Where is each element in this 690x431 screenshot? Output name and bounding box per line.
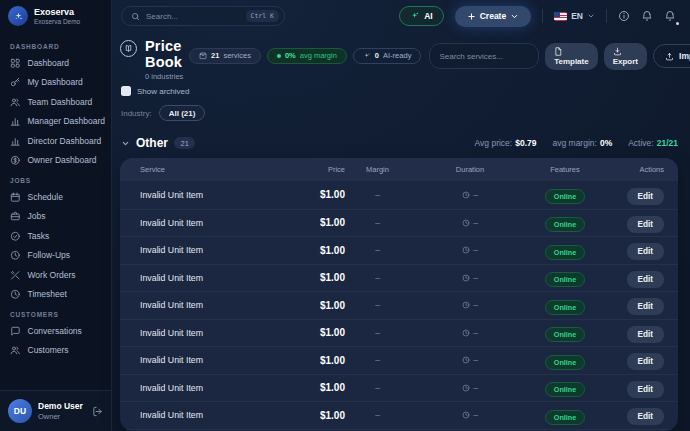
workspace-switcher[interactable]: Exoserva Exoserva Demo xyxy=(0,0,111,32)
service-margin: – xyxy=(345,355,410,365)
service-price: $1.00 xyxy=(290,217,345,228)
create-button-label: Create xyxy=(480,11,506,21)
group-title[interactable]: Other xyxy=(136,136,168,150)
sidebar-item-customers[interactable]: Customers xyxy=(0,341,111,361)
sidebar-item-label: Follow-Ups xyxy=(28,250,71,260)
avg-margin-stat: avg margin:0% xyxy=(552,138,612,148)
nav-section-label: CUSTOMERS xyxy=(0,304,111,321)
bell-icon xyxy=(664,10,676,22)
sidebar-item-owner-dashboard[interactable]: Owner Dashboard xyxy=(0,151,111,171)
calendar-icon xyxy=(10,192,21,203)
archived-label: Show archived xyxy=(137,87,189,96)
table-row: Invalid Unit Item $1.00 – – Online Edit xyxy=(120,264,678,292)
edit-button[interactable]: Edit xyxy=(627,188,664,205)
industries-subtitle: 0 industries xyxy=(145,72,421,81)
sidebar-item-team-dashboard[interactable]: Team Dashboard xyxy=(0,92,111,112)
archived-checkbox[interactable] xyxy=(121,86,131,96)
nav-section-label: JOBS xyxy=(0,170,111,187)
chevron-down-icon xyxy=(587,12,595,20)
edit-button[interactable]: Edit xyxy=(627,381,664,398)
clock-icon xyxy=(462,411,470,419)
content: Price Book 21 services 0% avg margin xyxy=(112,32,690,431)
page-title: Price Book xyxy=(145,38,182,70)
sidebar-item-jobs[interactable]: Jobs xyxy=(0,207,111,227)
import-button[interactable]: Import xyxy=(653,44,690,68)
sidebar-item-follow-ups[interactable]: Follow-Ups xyxy=(0,246,111,266)
edit-button[interactable]: Edit xyxy=(627,216,664,233)
service-features: Online xyxy=(530,268,600,287)
service-margin: – xyxy=(345,190,410,200)
sidebar-item-timesheet[interactable]: Timesheet xyxy=(0,285,111,305)
language-selector[interactable]: EN xyxy=(554,11,595,21)
service-search-input[interactable] xyxy=(439,52,529,61)
avg-price-value: $0.79 xyxy=(515,138,536,148)
service-margin: – xyxy=(345,218,410,228)
service-actions: Edit xyxy=(600,323,664,343)
service-duration: – xyxy=(410,190,530,200)
global-search-input[interactable] xyxy=(146,12,240,21)
sidebar-item-director-dashboard[interactable]: Director Dashboard xyxy=(0,131,111,151)
search-icon xyxy=(131,12,140,21)
edit-button[interactable]: Edit xyxy=(627,326,664,343)
clock-icon xyxy=(10,250,21,261)
sidebar-item-manager-dashboard[interactable]: Manager Dashboard xyxy=(0,112,111,132)
template-button[interactable]: Template xyxy=(545,43,598,70)
service-features: Online xyxy=(530,406,600,425)
service-duration: – xyxy=(410,410,530,420)
notifications-button[interactable] xyxy=(641,10,653,22)
col-actions: Actions xyxy=(600,165,664,174)
service-margin: – xyxy=(345,273,410,283)
sidebar-item-work-orders[interactable]: Work Orders xyxy=(0,265,111,285)
status-badge: Online xyxy=(545,327,585,342)
service-actions: Edit xyxy=(600,240,664,260)
help-button[interactable] xyxy=(618,10,630,22)
app-root: Exoserva Exoserva Demo DASHBOARDDashboar… xyxy=(0,0,690,431)
edit-button[interactable]: Edit xyxy=(627,408,664,425)
table-row: Invalid Unit Item $1.00 – – Online Edit xyxy=(120,181,678,209)
divider xyxy=(542,9,543,23)
clock-icon xyxy=(462,384,470,392)
service-name: Invalid Unit Item xyxy=(140,273,290,283)
service-duration: – xyxy=(410,355,530,365)
service-price: $1.00 xyxy=(290,382,345,393)
service-price: $1.00 xyxy=(290,355,345,366)
global-search[interactable]: Ctrl K xyxy=(121,6,285,26)
briefcase-icon xyxy=(10,211,21,222)
edit-button[interactable]: Edit xyxy=(627,243,664,260)
sidebar-nav: DASHBOARDDashboardMy DashboardTeam Dashb… xyxy=(0,32,111,390)
service-features: Online xyxy=(530,185,600,204)
ai-button[interactable]: AI xyxy=(399,6,444,26)
create-button[interactable]: Create xyxy=(455,6,531,27)
sidebar-item-conversations[interactable]: Conversations xyxy=(0,321,111,341)
app-title: Exoserva xyxy=(34,7,80,18)
edit-button[interactable]: Edit xyxy=(627,298,664,315)
plus-icon xyxy=(467,12,476,21)
edit-button[interactable]: Edit xyxy=(627,271,664,288)
export-button-label: Export xyxy=(613,57,638,66)
ai-ready-count: 0 xyxy=(375,51,379,60)
sidebar-item-label: Owner Dashboard xyxy=(28,155,97,165)
service-price: $1.00 xyxy=(290,189,345,200)
service-margin: – xyxy=(345,383,410,393)
logout-icon[interactable] xyxy=(92,406,103,417)
edit-button[interactable]: Edit xyxy=(627,353,664,370)
chevron-down-icon[interactable] xyxy=(121,139,130,148)
workspace-meta: Exoserva Exoserva Demo xyxy=(34,7,80,26)
industry-chip-all[interactable]: All (21) xyxy=(159,105,206,121)
col-features: Features xyxy=(530,165,600,174)
export-button[interactable]: Export xyxy=(604,43,647,70)
clock-icon xyxy=(462,246,470,254)
active-value: 21/21 xyxy=(657,138,678,148)
show-archived-toggle[interactable]: Show archived xyxy=(121,86,678,96)
user-panel[interactable]: DU Demo User Owner xyxy=(0,390,111,431)
sidebar-item-my-dashboard[interactable]: My Dashboard xyxy=(0,73,111,93)
sidebar-item-tasks[interactable]: Tasks xyxy=(0,226,111,246)
service-search[interactable] xyxy=(429,43,539,69)
user-meta: Demo User Owner xyxy=(38,401,83,421)
sidebar-item-schedule[interactable]: Schedule xyxy=(0,187,111,207)
table-header: Service Price Margin Duration Features A… xyxy=(120,158,678,181)
status-badge: Online xyxy=(545,410,585,425)
alerts-button[interactable] xyxy=(664,10,676,22)
group-header: Other 21 Avg price:$0.79 avg margin:0% A… xyxy=(121,136,678,150)
sidebar-item-dashboard[interactable]: Dashboard xyxy=(0,53,111,73)
